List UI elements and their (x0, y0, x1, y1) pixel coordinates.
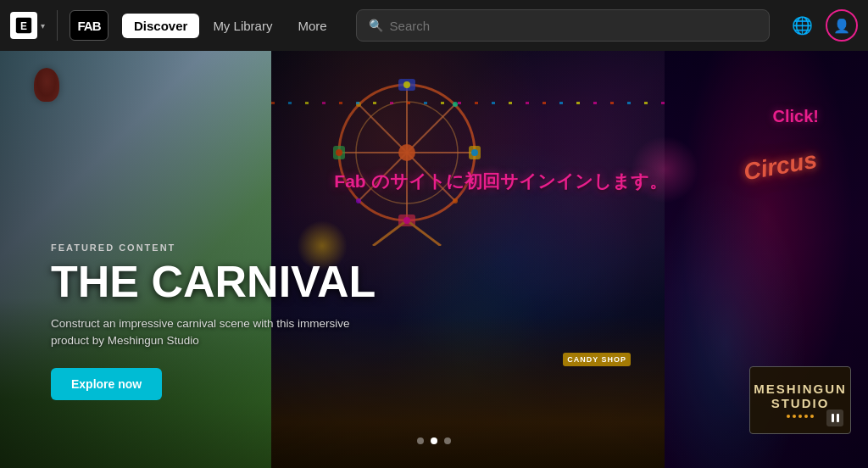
hero-dots (417, 437, 451, 444)
globe-icon: 🌐 (792, 15, 813, 36)
featured-label: FEATURED CONTENT (51, 242, 376, 253)
search-input[interactable] (390, 19, 757, 33)
hero-section: Circus CANDY SHOP FEATURED CONTENT THE C… (0, 51, 868, 468)
glow-spot-2 (631, 136, 698, 203)
fab-logo-text: FAB (78, 19, 101, 33)
nav-divider (57, 10, 58, 41)
search-icon: 🔍 (369, 19, 383, 32)
explore-now-button[interactable]: Explore now (51, 368, 162, 400)
nav-tabs: Discover My Library More (122, 14, 339, 38)
studio-name-line1: MESHINGUN (754, 382, 847, 397)
epic-games-logo[interactable]: E ▾ (10, 12, 45, 39)
language-button[interactable]: 🌐 (787, 10, 817, 41)
studio-dot-2 (793, 415, 796, 418)
tab-more[interactable]: More (286, 14, 338, 38)
tab-my-library[interactable]: My Library (201, 14, 284, 38)
studio-dot-1 (787, 415, 790, 418)
fab-logo[interactable]: FAB (70, 10, 108, 41)
search-bar[interactable]: 🔍 (356, 9, 770, 42)
hero-title: THE CARNIVAL (51, 259, 376, 304)
studio-badge: MESHINGUN STUDIO (749, 366, 851, 434)
studio-dot-4 (804, 415, 808, 418)
candy-shop-sign: CANDY SHOP (563, 353, 631, 366)
pause-bar-2 (837, 414, 839, 422)
pause-bar-1 (832, 414, 834, 422)
hero-description: Construct an impressive carnival scene w… (51, 315, 356, 350)
epic-chevron-icon: ▾ (41, 21, 45, 31)
nav-right: 🌐 👤 (787, 9, 858, 42)
navbar: E ▾ FAB Discover My Library More 🔍 🌐 👤 (0, 0, 868, 51)
svg-text:E: E (20, 20, 27, 32)
user-account-button[interactable]: 👤 (826, 9, 858, 42)
studio-dot-3 (798, 415, 802, 418)
tab-discover[interactable]: Discover (122, 14, 199, 38)
studio-name-line2: STUDIO (771, 397, 830, 411)
user-icon: 👤 (833, 18, 850, 34)
studio-dots (787, 415, 814, 418)
studio-dot-5 (810, 415, 814, 418)
epic-icon: E (10, 12, 37, 39)
hero-content: FEATURED CONTENT THE CARNIVAL Construct … (51, 242, 376, 401)
dot-3[interactable] (444, 437, 451, 444)
dot-1[interactable] (417, 437, 424, 444)
pause-button[interactable] (826, 410, 843, 426)
dot-2[interactable] (431, 437, 437, 444)
